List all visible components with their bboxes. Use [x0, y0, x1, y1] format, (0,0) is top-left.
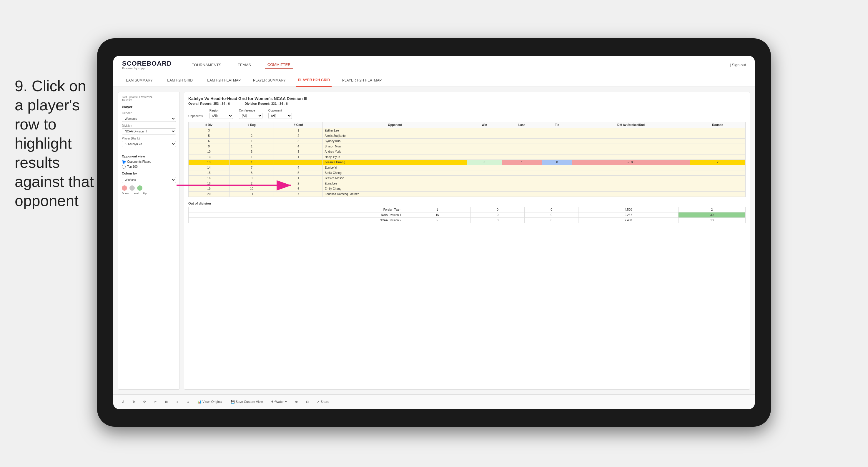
- sidebar-radio-group: Opponents Played Top 100: [122, 160, 176, 168]
- toolbar-cut[interactable]: ✂: [152, 399, 159, 405]
- sidebar: Last Updated: 27/03/2024 16:55:28 Player…: [118, 92, 180, 390]
- toolbar-undo[interactable]: ↺: [119, 399, 126, 405]
- table-row[interactable]: 14 7 4 Eunice Yi: [189, 165, 746, 170]
- sign-out[interactable]: | Sign out: [730, 63, 746, 67]
- sidebar-division-select[interactable]: NCAA Division III: [122, 128, 176, 134]
- tablet-frame: SCOREBOARD Powered by clippd TOURNAMENTS…: [97, 38, 771, 427]
- opponent-select[interactable]: (All): [268, 113, 292, 119]
- sidebar-gender-select[interactable]: Women's: [122, 116, 176, 122]
- subnav-player-h2h-grid[interactable]: PLAYER H2H GRID: [296, 74, 332, 87]
- toolbar-refresh[interactable]: ⟳: [141, 399, 148, 405]
- grid-content: Katelyn Vo Head-to-Head Grid for Women's…: [184, 92, 750, 390]
- ood-table: Foreign Team 1 0 0 4.500 2 NAIA Division…: [188, 207, 746, 223]
- grid-table-wrapper: # Div # Reg # Conf Opponent Win Loss Tie…: [188, 122, 746, 197]
- subnav-team-summary[interactable]: TEAM SUMMARY: [122, 74, 154, 87]
- grid-title: Katelyn Vo Head-to-Head Grid for Women's…: [188, 96, 746, 101]
- toolbar-view-original[interactable]: 📊 View: Original: [195, 399, 225, 405]
- subnav-team-h2h-heatmap[interactable]: TEAM H2H HEATMAP: [203, 74, 243, 87]
- col-rounds: Rounds: [690, 122, 745, 128]
- out-of-division: Out of division Foreign Team 1 0 0 4.500…: [188, 201, 746, 223]
- logo-area: SCOREBOARD Powered by clippd: [122, 60, 172, 70]
- nav-tournaments[interactable]: TOURNAMENTS: [189, 62, 224, 68]
- toolbar-play[interactable]: ▷: [174, 399, 181, 405]
- subnav-player-h2h-heatmap[interactable]: PLAYER H2H HEATMAP: [340, 74, 383, 87]
- toolbar-zoom-in[interactable]: ⊕: [293, 399, 300, 405]
- table-row[interactable]: 19 10 6 Emily Chang: [189, 186, 746, 192]
- table-row[interactable]: 15 8 5 Stella Cheng: [189, 170, 746, 176]
- nav-teams[interactable]: TEAMS: [236, 62, 253, 68]
- table-row[interactable]: 6 1 3 Sydney Kuo: [189, 138, 746, 144]
- radio-opponents-played[interactable]: Opponents Played: [122, 160, 176, 164]
- sidebar-colour-title: Colour by: [122, 172, 176, 175]
- col-opponent: Opponent: [323, 122, 467, 128]
- sidebar-colour-select[interactable]: Win/loss: [122, 177, 176, 183]
- sidebar-gender-label: Gender: [122, 112, 176, 115]
- sidebar-colour-section: Colour by Win/loss Down Level Up: [122, 172, 176, 195]
- subnav-team-h2h-grid[interactable]: TEAM H2H GRID: [163, 74, 194, 87]
- overall-record: Overall Record: 353 - 34 - 6: [188, 102, 230, 105]
- col-reg: # Reg: [229, 122, 274, 128]
- col-win: Win: [467, 122, 502, 128]
- sidebar-player-rank-label: Player (Rank): [122, 137, 176, 140]
- filter-opponent: Opponent (All): [268, 109, 292, 119]
- sub-nav: TEAM SUMMARY TEAM H2H GRID TEAM H2H HEAT…: [113, 74, 755, 87]
- filter-region: Region (All): [210, 109, 233, 119]
- tablet-screen: SCOREBOARD Powered by clippd TOURNAMENTS…: [113, 56, 755, 409]
- colour-level-dot: [129, 185, 135, 191]
- filters-row: Opponents: Region (All) Conference (All): [188, 109, 746, 119]
- toolbar-share[interactable]: ↗ Share: [314, 399, 331, 405]
- sidebar-player-title: Player: [122, 105, 176, 109]
- table-row-highlighted[interactable]: 13 1 Jessica Huang 0 1 0 -3.00 2: [189, 160, 746, 165]
- col-diff: Diff Av Strokes/Rnd: [572, 122, 690, 128]
- table-row[interactable]: 9 1 4 Sharon Mun: [189, 144, 746, 149]
- division-record: Division Record: 331 - 34 - 6: [245, 102, 288, 105]
- colour-labels: Down Level Up: [122, 192, 176, 195]
- out-of-division-title: Out of division: [188, 201, 746, 205]
- table-header-row: # Div # Reg # Conf Opponent Win Loss Tie…: [189, 122, 746, 128]
- logo-sub: Powered by clippd: [122, 67, 172, 70]
- toolbar-watch[interactable]: 👁 Watch ▾: [269, 399, 289, 405]
- filter-conference: Conference (All): [239, 109, 262, 119]
- grid-table: # Div # Reg # Conf Opponent Win Loss Tie…: [188, 122, 746, 197]
- col-tie: Tie: [542, 122, 572, 128]
- subnav-player-summary[interactable]: PLAYER SUMMARY: [251, 74, 287, 87]
- opponents-label: Opponents:: [188, 115, 204, 119]
- ood-row[interactable]: NAIA Division 1 15 0 0 9.267 30: [189, 213, 746, 218]
- toolbar-grid[interactable]: ⊞: [163, 399, 170, 405]
- col-conf: # Conf: [274, 122, 323, 128]
- table-row[interactable]: 16 9 1 Jessica Mason: [189, 176, 746, 181]
- col-div: # Div: [189, 122, 229, 128]
- bottom-toolbar: ↺ ↻ ⟳ ✂ ⊞ ▷ ⊙ 📊 View: Original 💾 Save Cu…: [113, 394, 755, 409]
- sidebar-timestamp: Last Updated: 27/03/2024 16:55:28: [122, 96, 176, 101]
- table-row[interactable]: 13 1 1 Heejo Hyun: [189, 155, 746, 160]
- logo-text: SCOREBOARD: [122, 60, 172, 67]
- colour-down-dot: [122, 185, 127, 191]
- record-row: Overall Record: 353 - 34 - 6 Division Re…: [188, 102, 746, 105]
- ood-row[interactable]: NCAA Division 2 5 0 0 7.400 10: [189, 218, 746, 223]
- ood-row[interactable]: Foreign Team 1 0 0 4.500 2: [189, 207, 746, 213]
- main-content: Last Updated: 27/03/2024 16:55:28 Player…: [113, 87, 755, 394]
- table-row[interactable]: 5 2 2 Alexis Sudjianto: [189, 133, 746, 138]
- toolbar-save-custom[interactable]: 💾 Save Custom View: [228, 399, 266, 405]
- instruction-text: 9. Click on a player's row to highlight …: [15, 76, 97, 210]
- sidebar-opponent-view-title: Opponent view: [122, 155, 176, 158]
- sidebar-player-select[interactable]: 8. Katelyn Vo: [122, 141, 176, 147]
- table-row[interactable]: 18 2 2 Euna Lee: [189, 181, 746, 186]
- top-nav: SCOREBOARD Powered by clippd TOURNAMENTS…: [113, 56, 755, 74]
- toolbar-target[interactable]: ⊙: [184, 399, 191, 405]
- table-row[interactable]: 3 1 Esther Lee: [189, 128, 746, 133]
- nav-committee[interactable]: COMMITTEE: [265, 61, 293, 68]
- radio-top-100[interactable]: Top 100: [122, 165, 176, 168]
- region-select[interactable]: (All): [210, 113, 233, 119]
- conference-select[interactable]: (All): [239, 113, 262, 119]
- table-row[interactable]: 20 11 7 Federica Domecq Lacroze: [189, 192, 746, 197]
- toolbar-redo[interactable]: ↻: [130, 399, 137, 405]
- table-row[interactable]: 10 6 3 Andrea York: [189, 149, 746, 155]
- toolbar-zoom-out[interactable]: ⊡: [304, 399, 311, 405]
- sidebar-division-label: Division: [122, 124, 176, 127]
- colour-up-dot: [137, 185, 143, 191]
- col-loss: Loss: [502, 122, 542, 128]
